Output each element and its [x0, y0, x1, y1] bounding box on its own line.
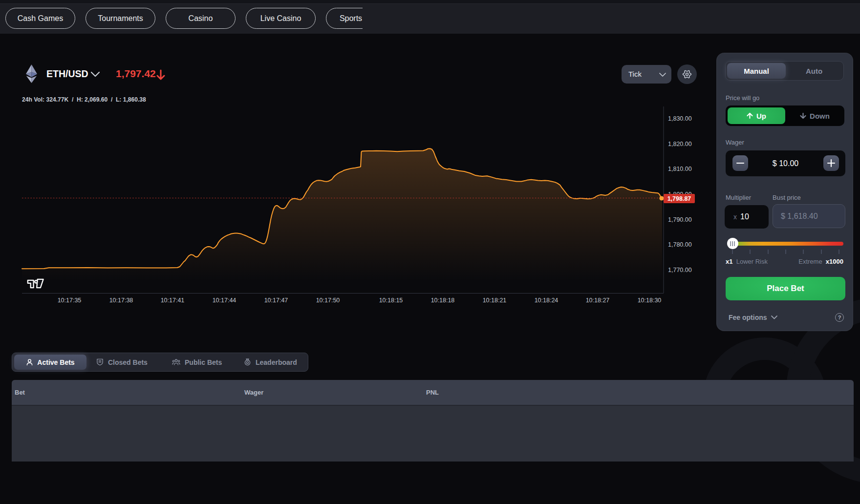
svg-text:1,830.00: 1,830.00 [668, 115, 692, 122]
svg-text:10:17:47: 10:17:47 [264, 297, 288, 304]
svg-text:10:18:24: 10:18:24 [535, 297, 559, 304]
svg-text:10:17:35: 10:17:35 [58, 297, 82, 304]
svg-text:1,820.00: 1,820.00 [668, 141, 692, 147]
svg-text:10:18:27: 10:18:27 [586, 297, 610, 304]
svg-text:10:18:30: 10:18:30 [638, 297, 662, 304]
svg-text:1,780.00: 1,780.00 [668, 241, 692, 248]
svg-text:10:17:50: 10:17:50 [316, 297, 340, 304]
svg-text:10:17:44: 10:17:44 [213, 297, 236, 304]
svg-text:1,790.00: 1,790.00 [668, 216, 692, 223]
svg-text:1,770.00: 1,770.00 [668, 267, 692, 273]
svg-text:10:17:38: 10:17:38 [109, 297, 133, 304]
svg-text:10:18:21: 10:18:21 [483, 297, 507, 304]
svg-text:10:18:15: 10:18:15 [379, 297, 403, 304]
svg-text:10:17:41: 10:17:41 [161, 297, 185, 304]
svg-text:1,810.00: 1,810.00 [668, 166, 692, 172]
svg-text:10:18:18: 10:18:18 [431, 297, 455, 304]
